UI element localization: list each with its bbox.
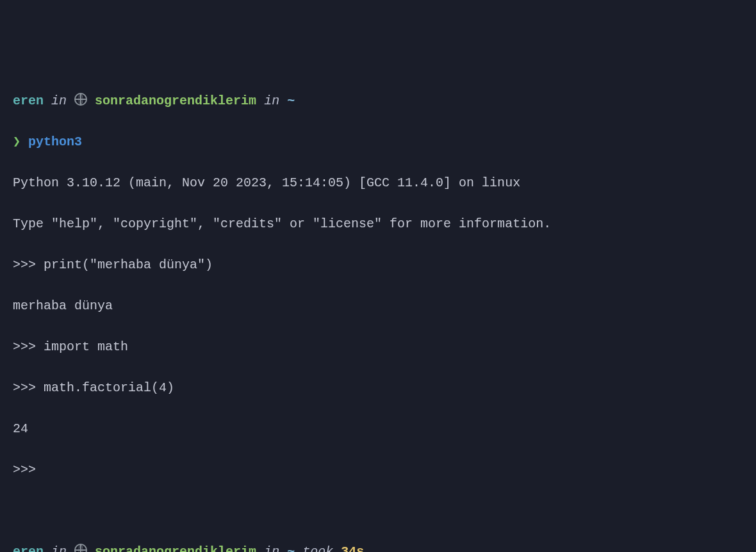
python-repl-line-empty[interactable]: >>> — [13, 460, 743, 480]
globe-icon — [74, 93, 87, 106]
cwd: ~ — [287, 93, 295, 108]
python-repl-line[interactable]: >>> print("merhaba dünya") — [13, 255, 743, 275]
python-ps1: >>> — [13, 380, 36, 395]
prompt-symbol: ❯ — [13, 134, 21, 149]
took-label: took — [302, 544, 333, 552]
sep-in: in — [264, 93, 279, 108]
python-ps1: >>> — [13, 257, 36, 272]
python-input: print("merhaba dünya") — [44, 257, 213, 272]
python-repl-line[interactable]: >>> math.factorial(4) — [13, 378, 743, 398]
python-output: merhaba dünya — [13, 296, 743, 316]
python-banner-2: Type "help", "copyright", "credits" or "… — [13, 214, 743, 234]
python-input: import math — [44, 339, 128, 354]
took-value: 34s — [341, 544, 364, 552]
sep-in: in — [51, 93, 67, 108]
python-output: 24 — [13, 419, 743, 439]
hostname: sonradanogrendiklerim — [95, 93, 256, 108]
cwd: ~ — [287, 544, 295, 552]
user: eren — [13, 93, 44, 108]
globe-icon — [74, 544, 87, 552]
blank-line — [13, 501, 743, 521]
python-repl-line[interactable]: >>> import math — [13, 337, 743, 357]
python-input: math.factorial(4) — [44, 380, 174, 395]
shell-prompt-1: eren in sonradanogrendiklerim in ~ — [13, 91, 743, 111]
python-banner-1: Python 3.10.12 (main, Nov 20 2023, 15:14… — [13, 173, 743, 193]
shell-command: python3 — [28, 134, 82, 149]
shell-command-line-1[interactable]: ❯ python3 — [13, 132, 743, 152]
shell-prompt-2: eren in sonradanogrendiklerim in ~ took … — [13, 542, 743, 552]
python-ps1: >>> — [13, 462, 36, 477]
user: eren — [13, 544, 44, 552]
python-ps1: >>> — [13, 339, 36, 354]
sep-in: in — [264, 544, 279, 552]
sep-in: in — [51, 544, 67, 552]
hostname: sonradanogrendiklerim — [95, 544, 256, 552]
